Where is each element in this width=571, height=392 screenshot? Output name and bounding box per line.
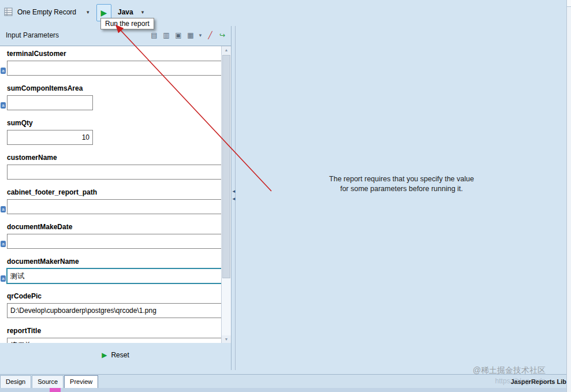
- bottom-tabs-bar: Design Source Preview JasperReports Lib: [0, 374, 571, 389]
- reset-bar: ▶Reset: [0, 343, 231, 370]
- top-toolbar: One Empty Record ▾ ▶ Java ▾: [0, 0, 571, 26]
- corner-box: [567, 0, 571, 7]
- parameters-toolbar: ▤▥▣▦▾╱↪: [149, 31, 227, 41]
- scroll-down-arrow[interactable]: ▼: [222, 335, 231, 344]
- reset-button[interactable]: ▶Reset: [98, 350, 133, 360]
- parameter-icon: a: [1, 275, 6, 282]
- open-report-icon[interactable]: ↪: [217, 31, 227, 41]
- vertical-scrollbar[interactable]: ▲ ▼: [221, 46, 231, 344]
- status-label: JasperReports Lib: [510, 375, 566, 389]
- field-label: sumComponItemsArea: [7, 84, 222, 93]
- clear-parameters-icon[interactable]: ╱: [205, 31, 215, 41]
- parameter-field: reportTitle a: [7, 327, 222, 344]
- parameter-input[interactable]: [7, 234, 222, 249]
- report-preview-panel: The report requires that you specify the…: [235, 26, 568, 370]
- parameter-field: sumComponItemsArea a: [7, 84, 222, 110]
- field-label: terminalCustomer: [7, 50, 222, 58]
- parameter-input[interactable]: [7, 165, 222, 180]
- parameter-field: documentMakeDate a: [7, 223, 222, 249]
- parameter-field: sumQty a: [7, 119, 222, 145]
- scrollbar-thumb[interactable]: [222, 55, 230, 278]
- app-window: One Empty Record ▾ ▶ Java ▾ Run the repo…: [0, 0, 571, 392]
- field-label: qrCodePic: [7, 292, 222, 301]
- right-scrollbar-strip[interactable]: [566, 0, 571, 392]
- parameter-field: terminalCustomer a: [7, 50, 222, 76]
- taskbar-fragment: [50, 388, 61, 392]
- reset-play-icon: ▶: [102, 352, 107, 359]
- field-label: documentMakerName: [7, 257, 222, 266]
- preview-message: The report requires that you specify the…: [236, 174, 568, 194]
- restore-panel-arrows[interactable]: ◄ ◄: [232, 189, 236, 201]
- language-selector-label: Java: [118, 8, 133, 16]
- preview-message-line2: for some parameters before running it.: [236, 184, 568, 194]
- record-icon: [3, 7, 14, 17]
- bottom-strip: [0, 388, 571, 392]
- record-selector[interactable]: One Empty Record ▾: [17, 8, 89, 16]
- parameter-field: customerName a: [7, 154, 222, 180]
- parameter-input[interactable]: [7, 61, 222, 76]
- language-selector[interactable]: Java ▾: [118, 8, 144, 16]
- preview-message-line1: The report requires that you specify the…: [236, 174, 568, 184]
- chevron-down-icon: ▾: [141, 9, 144, 15]
- panel-title: Input Parameters: [6, 31, 59, 39]
- tab-preview[interactable]: Preview: [64, 375, 98, 389]
- chevron-down-icon: ▾: [87, 9, 89, 15]
- fields-icon[interactable]: ▥: [161, 31, 171, 41]
- parameter-input[interactable]: [7, 95, 93, 110]
- field-label: reportTitle: [7, 327, 222, 335]
- parameter-input[interactable]: [7, 199, 222, 214]
- parameter-input[interactable]: [7, 268, 222, 283]
- parameter-field: documentMakerName a: [7, 257, 222, 283]
- values-icon[interactable]: ▣: [173, 31, 184, 41]
- form-icon[interactable]: ▤: [149, 31, 159, 41]
- field-label: customerName: [7, 154, 222, 162]
- parameter-field: qrCodePic a: [7, 292, 222, 318]
- dropdown-arrow-icon[interactable]: ▾: [197, 31, 203, 41]
- keyboard-icon[interactable]: ▦: [185, 31, 196, 41]
- parameter-fields-list: terminalCustomer a sumComponItemsArea a …: [0, 46, 222, 344]
- input-parameters-panel: Input Parameters ▤▥▣▦▾╱↪ terminalCustome…: [0, 26, 232, 370]
- reset-label: Reset: [111, 351, 129, 359]
- parameter-icon: a: [1, 206, 6, 212]
- run-tooltip: Run the report: [100, 18, 154, 29]
- parameter-icon: a: [1, 68, 6, 74]
- restore-arrow-icon: ◄: [232, 189, 236, 194]
- tab-source[interactable]: Source: [32, 375, 64, 389]
- field-label: documentMakeDate: [7, 223, 222, 232]
- field-label: cabinet_footer_report_path: [7, 188, 222, 197]
- parameter-icon: a: [1, 241, 6, 247]
- record-selector-label: One Empty Record: [17, 8, 76, 16]
- parameter-input[interactable]: [7, 130, 93, 145]
- parameter-field: cabinet_footer_report_path a: [7, 188, 222, 214]
- tab-design[interactable]: Design: [0, 375, 31, 389]
- fields-scroll-area: terminalCustomer a sumComponItemsArea a …: [0, 46, 231, 344]
- editor-tabs: Design Source Preview: [0, 375, 99, 389]
- scroll-up-arrow[interactable]: ▲: [222, 46, 231, 54]
- parameter-input[interactable]: [7, 303, 222, 318]
- restore-arrow-icon: ◄: [232, 197, 236, 201]
- field-label: sumQty: [7, 119, 222, 128]
- parameter-icon: a: [1, 102, 6, 109]
